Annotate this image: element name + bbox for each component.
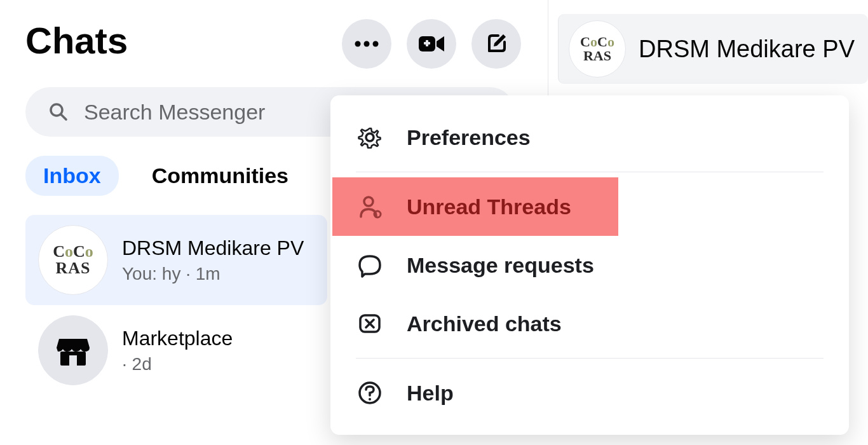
svg-point-12: [374, 211, 381, 217]
avatar: CoCoRAS: [38, 225, 108, 295]
new-video-call-button[interactable]: [407, 19, 456, 69]
chat-name: Marketplace: [122, 327, 315, 350]
options-dropdown: Preferences Unread Threads Message reque…: [330, 95, 849, 435]
dropdown-preferences[interactable]: Preferences: [330, 108, 849, 167]
dropdown-unread-threads[interactable]: Unread Threads: [332, 177, 618, 236]
dropdown-label: Unread Threads: [407, 195, 571, 219]
chat-item[interactable]: Marketplace · 2d: [25, 305, 327, 395]
divider: [356, 358, 824, 359]
vertical-divider: [548, 0, 548, 95]
svg-point-10: [366, 134, 374, 141]
dropdown-label: Archived chats: [407, 312, 562, 336]
new-message-button[interactable]: [471, 19, 521, 69]
more-options-button[interactable]: [342, 19, 391, 69]
video-plus-icon: [417, 30, 445, 58]
chat-info: Marketplace · 2d: [122, 327, 315, 374]
svg-point-0: [355, 41, 361, 47]
conversation-header[interactable]: CoCoRAS DRSM Medikare PV: [558, 14, 868, 84]
chat-info: DRSM Medikare PV You: hy · 1m: [122, 236, 315, 284]
svg-point-17: [369, 398, 371, 400]
svg-rect-5: [426, 40, 428, 46]
chat-bubble-icon: [356, 251, 384, 279]
chat-name: DRSM Medikare PV: [122, 236, 315, 260]
chat-snippet: You: hy · 1m: [122, 264, 315, 284]
search-icon: [44, 98, 72, 126]
ellipsis-icon: [353, 30, 381, 58]
conversation-title: DRSM Medikare PV: [639, 36, 855, 63]
avatar: [38, 315, 108, 385]
archive-x-icon: [356, 310, 384, 338]
svg-point-11: [364, 197, 373, 206]
dropdown-help[interactable]: Help: [330, 364, 849, 422]
divider: [356, 172, 824, 172]
gear-icon: [356, 123, 384, 151]
chat-list: CoCoRAS DRSM Medikare PV You: hy · 1m Ma…: [25, 215, 327, 395]
chat-snippet: · 2d: [122, 354, 315, 374]
dropdown-archived-chats[interactable]: Archived chats: [330, 294, 849, 353]
svg-point-1: [364, 41, 370, 47]
tab-inbox[interactable]: Inbox: [25, 156, 119, 196]
avatar: CoCoRAS: [569, 20, 626, 78]
chat-item[interactable]: CoCoRAS DRSM Medikare PV You: hy · 1m: [25, 215, 327, 305]
svg-line-7: [61, 114, 66, 120]
dropdown-message-requests[interactable]: Message requests: [330, 236, 849, 294]
dropdown-label: Preferences: [407, 125, 531, 150]
tab-communities[interactable]: Communities: [134, 156, 306, 196]
compose-icon: [482, 30, 510, 58]
help-icon: [356, 379, 384, 407]
marketplace-icon: [53, 330, 93, 371]
svg-point-2: [373, 41, 379, 47]
person-icon: [356, 193, 384, 221]
dropdown-label: Message requests: [407, 253, 594, 278]
dropdown-label: Help: [407, 381, 454, 406]
svg-rect-9: [69, 355, 77, 366]
toolbar: [342, 19, 521, 69]
